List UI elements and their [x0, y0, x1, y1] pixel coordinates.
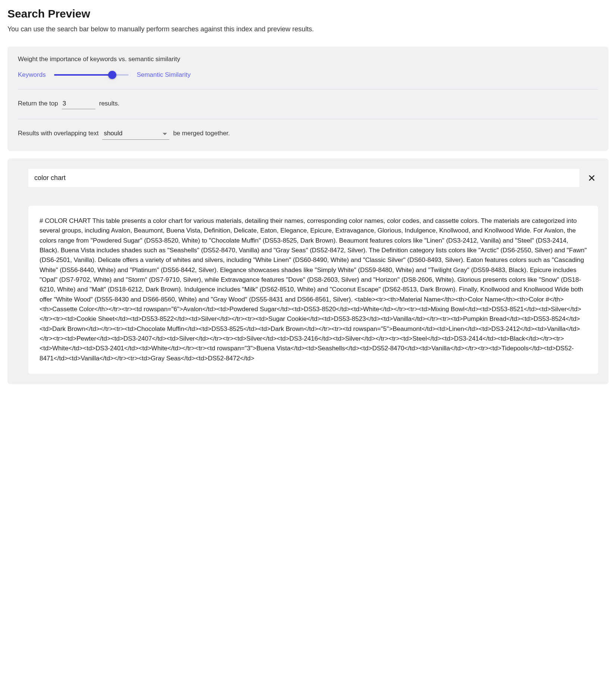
merge-row: Results with overlapping text should be …: [18, 129, 598, 140]
slider-label-keywords: Keywords: [18, 71, 46, 79]
search-row: ✕: [28, 169, 598, 187]
merge-select[interactable]: should: [102, 129, 169, 140]
slider-fill: [54, 74, 112, 76]
top-results-row: Return the top results.: [18, 99, 598, 109]
slider-label-semantic: Semantic Similarity: [137, 71, 191, 79]
close-icon[interactable]: ✕: [585, 173, 598, 183]
top-suffix: results.: [99, 100, 120, 107]
result-card: # COLOR CHART This table presents a colo…: [28, 206, 598, 374]
divider: [18, 119, 598, 119]
result-text: # COLOR CHART This table presents a colo…: [40, 217, 587, 362]
settings-panel: Weight the importance of keywords vs. se…: [7, 47, 609, 151]
weight-slider-row: Keywords Semantic Similarity: [18, 71, 598, 79]
merge-select-value: should: [104, 130, 122, 137]
merge-prefix: Results with overlapping text: [18, 130, 98, 137]
top-prefix: Return the top: [18, 100, 58, 107]
chevron-down-icon: [163, 133, 167, 135]
merge-suffix: be merged together.: [173, 130, 230, 137]
page-subtitle: You can use the search bar below to manu…: [7, 25, 609, 33]
search-input[interactable]: [28, 169, 579, 187]
weight-label: Weight the importance of keywords vs. se…: [18, 56, 598, 63]
search-panel: ✕ # COLOR CHART This table presents a co…: [7, 158, 609, 384]
slider-thumb[interactable]: [108, 71, 116, 79]
top-results-input[interactable]: [62, 99, 95, 109]
weight-slider[interactable]: [54, 74, 129, 76]
divider: [18, 89, 598, 89]
page-title: Search Preview: [7, 7, 609, 20]
